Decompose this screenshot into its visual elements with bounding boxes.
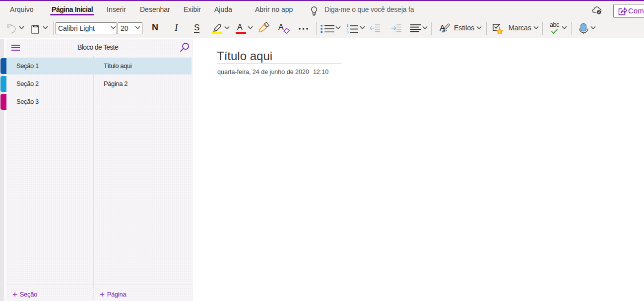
svg-text:3: 3 [346, 30, 348, 33]
